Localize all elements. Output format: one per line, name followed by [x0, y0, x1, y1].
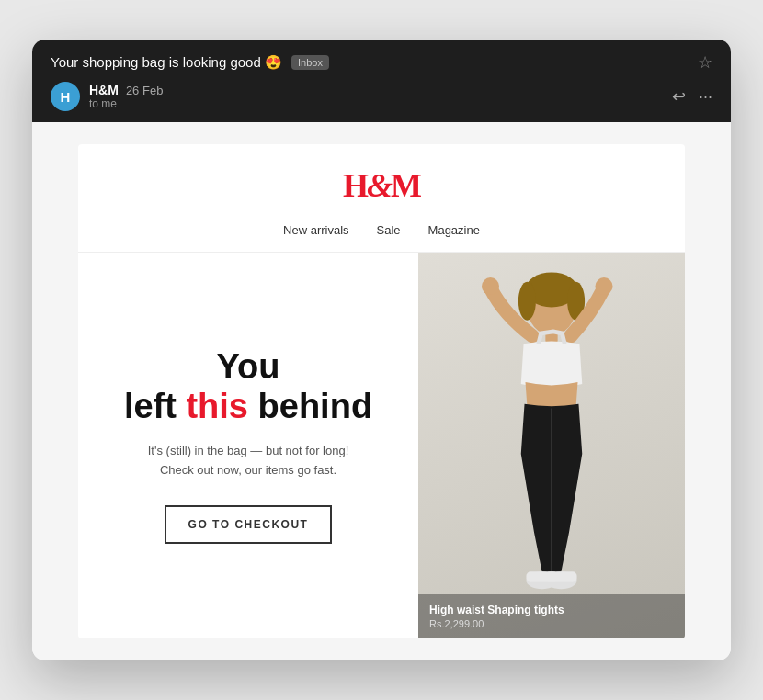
- nav-sale[interactable]: Sale: [377, 223, 401, 237]
- subtext: It's (still) in the bag — but not for lo…: [142, 442, 354, 480]
- email-window: Your shopping bag is looking good 😍 Inbo…: [32, 40, 731, 660]
- sender-name-row: H&M 26 Feb: [89, 83, 163, 97]
- right-content: High waist Shaping tights Rs.2,299.00: [418, 253, 685, 638]
- email-content: H&M New arrivals Sale Magazine You left …: [78, 144, 685, 638]
- sender-name: H&M: [89, 83, 119, 97]
- product-price: Rs.2,299.00: [429, 618, 674, 629]
- svg-point-2: [518, 282, 536, 321]
- svg-point-5: [596, 277, 613, 295]
- more-button[interactable]: ···: [699, 87, 712, 107]
- sender-to: to me: [89, 97, 163, 110]
- svg-point-4: [482, 277, 499, 295]
- nav-magazine[interactable]: Magazine: [428, 223, 480, 237]
- email-header: Your shopping bag is looking good 😍 Inbo…: [32, 40, 731, 122]
- avatar: H: [51, 82, 80, 111]
- checkout-button[interactable]: GO TO CHECKOUT: [165, 505, 333, 544]
- inbox-badge: Inbox: [291, 55, 329, 70]
- nav-new-arrivals[interactable]: New arrivals: [283, 223, 349, 237]
- headline-line1: You: [124, 347, 372, 388]
- sender-info: H&M 26 Feb to me: [89, 83, 163, 110]
- meta-row: H H&M 26 Feb to me ↩ ···: [51, 82, 712, 111]
- logo-area: H&M: [78, 144, 685, 216]
- email-actions: ↩ ···: [672, 86, 712, 107]
- svg-rect-10: [545, 571, 576, 581]
- subject-row: Your shopping bag is looking good 😍 Inbo…: [51, 52, 712, 73]
- hm-nav: New arrivals Sale Magazine: [78, 216, 685, 253]
- headline: You left this behind: [124, 347, 372, 427]
- main-content: You left this behind It's (still) in the…: [78, 253, 685, 638]
- left-content: You left this behind It's (still) in the…: [78, 253, 418, 638]
- star-icon[interactable]: ☆: [698, 52, 712, 73]
- email-date: 26 Feb: [126, 84, 163, 97]
- headline-before: left: [124, 387, 187, 425]
- subject-left: Your shopping bag is looking good 😍 Inbo…: [51, 54, 329, 71]
- email-subject: Your shopping bag is looking good 😍: [51, 54, 282, 71]
- meta-left: H H&M 26 Feb to me: [51, 82, 163, 111]
- headline-after: behind: [248, 387, 372, 425]
- headline-red: this: [186, 387, 248, 425]
- product-name: High waist Shaping tights: [429, 604, 674, 616]
- reply-button[interactable]: ↩: [672, 86, 686, 107]
- hm-logo: H&M: [343, 166, 420, 205]
- product-caption: High waist Shaping tights Rs.2,299.00: [418, 594, 685, 638]
- email-body: H&M New arrivals Sale Magazine You left …: [32, 122, 731, 660]
- product-image: High waist Shaping tights Rs.2,299.00: [418, 253, 685, 638]
- product-figure-svg: [450, 262, 653, 611]
- headline-line2: left this behind: [124, 387, 372, 427]
